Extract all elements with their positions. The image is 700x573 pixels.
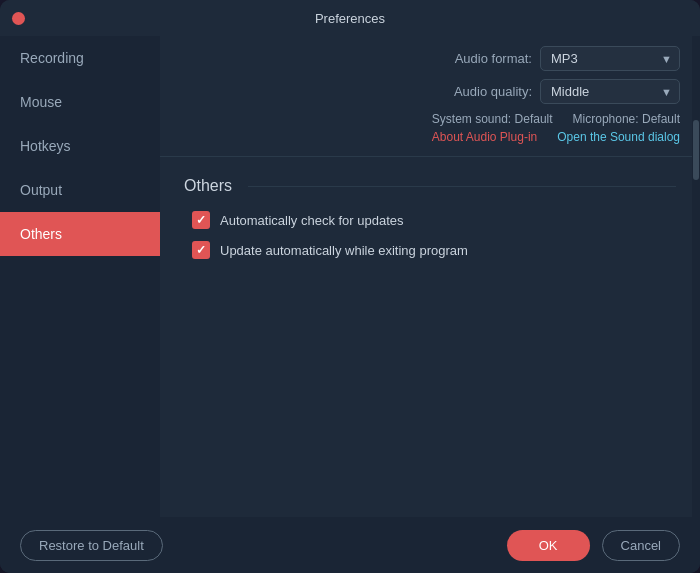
audio-quality-select-wrapper: Low Middle High ▼ xyxy=(540,79,680,104)
main-content: Recording Mouse Hotkeys Output Others Au… xyxy=(0,36,700,517)
link-row: About Audio Plug-in Open the Sound dialo… xyxy=(180,130,680,144)
section-title: Others xyxy=(184,177,232,195)
audio-quality-label: Audio quality: xyxy=(454,84,532,99)
footer: Restore to Default OK Cancel xyxy=(0,517,700,573)
section-header: Others xyxy=(184,177,676,195)
checkmark-icon: ✓ xyxy=(196,213,206,227)
ok-button[interactable]: OK xyxy=(507,530,590,561)
footer-right: OK Cancel xyxy=(507,530,680,561)
microphone-info: Microphone: Default xyxy=(573,112,680,126)
auto-update-exit-checkbox[interactable]: ✓ xyxy=(192,241,210,259)
audio-format-select-wrapper: MP3 AAC FLAC WAV ▼ xyxy=(540,46,680,71)
preferences-window: Preferences Recording Mouse Hotkeys Outp… xyxy=(0,0,700,573)
audio-quality-select[interactable]: Low Middle High xyxy=(540,79,680,104)
titlebar: Preferences xyxy=(0,0,700,36)
others-section: Others ✓ Automatically check for updates… xyxy=(160,157,700,517)
auto-check-updates-checkbox[interactable]: ✓ xyxy=(192,211,210,229)
about-audio-plugin-link[interactable]: About Audio Plug-in xyxy=(432,130,537,144)
audio-format-label: Audio format: xyxy=(455,51,532,66)
section-divider xyxy=(248,186,676,187)
open-sound-dialog-link[interactable]: Open the Sound dialog xyxy=(557,130,680,144)
cancel-button[interactable]: Cancel xyxy=(602,530,680,561)
checkbox-row-auto-check: ✓ Automatically check for updates xyxy=(184,211,676,229)
scrollbar-thumb[interactable] xyxy=(693,120,699,180)
sidebar-item-hotkeys[interactable]: Hotkeys xyxy=(0,124,160,168)
auto-check-updates-label: Automatically check for updates xyxy=(220,213,404,228)
sound-info-row: System sound: Default Microphone: Defaul… xyxy=(180,112,680,126)
restore-default-button[interactable]: Restore to Default xyxy=(20,530,163,561)
checkbox-row-auto-update: ✓ Update automatically while exiting pro… xyxy=(184,241,676,259)
window-title: Preferences xyxy=(315,11,385,26)
audio-format-select[interactable]: MP3 AAC FLAC WAV xyxy=(540,46,680,71)
sidebar: Recording Mouse Hotkeys Output Others xyxy=(0,36,160,517)
close-button[interactable] xyxy=(12,12,25,25)
audio-format-row: Audio format: MP3 AAC FLAC WAV ▼ xyxy=(180,46,680,71)
top-settings: Audio format: MP3 AAC FLAC WAV ▼ Audio q… xyxy=(160,36,700,157)
content-area: Audio format: MP3 AAC FLAC WAV ▼ Audio q… xyxy=(160,36,700,517)
scrollbar-track xyxy=(692,36,700,517)
checkmark-icon-2: ✓ xyxy=(196,243,206,257)
audio-quality-row: Audio quality: Low Middle High ▼ xyxy=(180,79,680,104)
sidebar-item-recording[interactable]: Recording xyxy=(0,36,160,80)
sidebar-item-mouse[interactable]: Mouse xyxy=(0,80,160,124)
sidebar-item-output[interactable]: Output xyxy=(0,168,160,212)
system-sound-info: System sound: Default xyxy=(432,112,553,126)
auto-update-exit-label: Update automatically while exiting progr… xyxy=(220,243,468,258)
sidebar-item-others[interactable]: Others xyxy=(0,212,160,256)
